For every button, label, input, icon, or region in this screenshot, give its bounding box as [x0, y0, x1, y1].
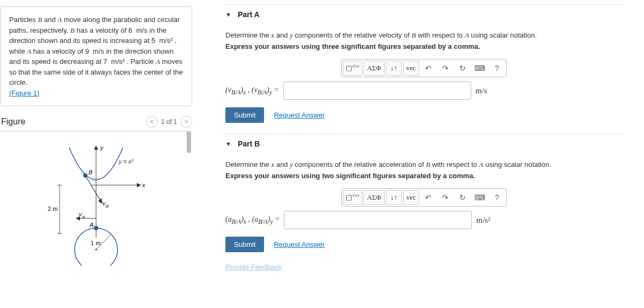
- figure-pager: < 1 of 1 >: [146, 116, 192, 128]
- answer-label: (aB/A)x , (aB/A)y =: [225, 215, 280, 225]
- svg-point-25: [96, 249, 97, 251]
- request-answer-link[interactable]: Request Answer: [274, 240, 325, 248]
- answer-unit: m/s: [475, 86, 497, 96]
- keyboard-button[interactable]: ⌨: [472, 61, 488, 76]
- collapse-icon: ▼: [225, 141, 231, 147]
- answer-label: (vB/A)x , (vB/A)y =: [225, 86, 279, 96]
- redo-button[interactable]: ↷: [437, 61, 453, 76]
- answer-unit: m/s²: [476, 216, 497, 225]
- pager-text: 1 of 1: [161, 118, 177, 126]
- help-button[interactable]: ?: [489, 190, 505, 205]
- help-button[interactable]: ?: [489, 61, 505, 76]
- template-button[interactable]: ▢√▭: [343, 190, 362, 205]
- figure-title: Figure: [1, 117, 25, 127]
- part-title: Part B: [238, 140, 260, 148]
- part-a: ▼ Part A Determine the x and y component…: [225, 4, 623, 123]
- part-instruction: Express your answers using three signifi…: [225, 42, 623, 50]
- svg-text:x: x: [142, 182, 145, 188]
- reset-button[interactable]: ↻: [455, 61, 471, 76]
- svg-marker-4: [137, 183, 141, 187]
- svg-text:y = x²: y = x²: [118, 158, 134, 165]
- request-answer-link[interactable]: Request Answer: [274, 111, 325, 119]
- submit-button[interactable]: Submit: [225, 107, 264, 123]
- svg-text:y: y: [100, 144, 104, 151]
- svg-text:1 m: 1 m: [91, 240, 100, 246]
- undo-button[interactable]: ↶: [420, 190, 436, 205]
- figure-pane: ▴ y x y = x² B v B 2 m: [0, 131, 192, 308]
- problem-statement: Particles B and A move along the parabol…: [0, 6, 192, 106]
- part-b: ▼ Part B Determine the x and y component…: [225, 134, 623, 252]
- equation-toolbar: ▢√▭ ΑΣΦ ↓↑ vec ↶ ↷ ↻ ⌨ ?: [341, 59, 507, 77]
- part-header[interactable]: ▼ Part B: [225, 134, 623, 153]
- vec-button[interactable]: vec: [403, 190, 419, 205]
- answer-input[interactable]: [283, 82, 471, 100]
- figure-diagram: y x y = x² B v B 2 m v A: [26, 142, 166, 266]
- part-instruction: Express your answers using two significa…: [225, 172, 623, 180]
- vec-button[interactable]: vec: [403, 61, 419, 76]
- pager-prev-button[interactable]: <: [146, 116, 158, 128]
- provide-feedback-link[interactable]: Provide Feedback: [225, 263, 623, 271]
- svg-text:2 m: 2 m: [48, 206, 57, 212]
- subsup-button[interactable]: ↓↑: [386, 190, 402, 205]
- figure-link[interactable]: (Figure 1): [9, 89, 39, 97]
- submit-button[interactable]: Submit: [225, 237, 264, 252]
- svg-text:B: B: [106, 204, 109, 209]
- redo-button[interactable]: ↷: [437, 190, 453, 205]
- problem-text: Particles B and A move along the parabol…: [9, 16, 183, 86]
- reset-button[interactable]: ↻: [455, 190, 471, 205]
- undo-button[interactable]: ↶: [420, 61, 436, 76]
- part-prompt: Determine the x and y components of the …: [225, 160, 623, 170]
- part-header[interactable]: ▼ Part A: [225, 4, 623, 24]
- template-button[interactable]: ▢√▭: [343, 61, 362, 76]
- greek-button[interactable]: ΑΣΦ: [363, 190, 385, 205]
- keyboard-button[interactable]: ⌨: [472, 190, 488, 205]
- scrollbar-thumb[interactable]: [187, 131, 191, 153]
- svg-text:A: A: [89, 222, 93, 228]
- part-title: Part A: [238, 10, 260, 19]
- greek-button[interactable]: ΑΣΦ: [363, 61, 385, 76]
- svg-text:A: A: [82, 215, 85, 219]
- subsup-button[interactable]: ↓↑: [386, 61, 402, 76]
- equation-toolbar: ▢√▭ ΑΣΦ ↓↑ vec ↶ ↷ ↻ ⌨ ?: [341, 188, 507, 207]
- svg-text:B: B: [89, 169, 92, 175]
- svg-marker-10: [98, 198, 103, 204]
- collapse-icon: ▼: [225, 11, 231, 18]
- svg-marker-1: [94, 145, 98, 150]
- part-prompt: Determine the x and y components of the …: [225, 31, 623, 40]
- pager-next-button[interactable]: >: [180, 116, 192, 128]
- answer-input[interactable]: [284, 211, 472, 229]
